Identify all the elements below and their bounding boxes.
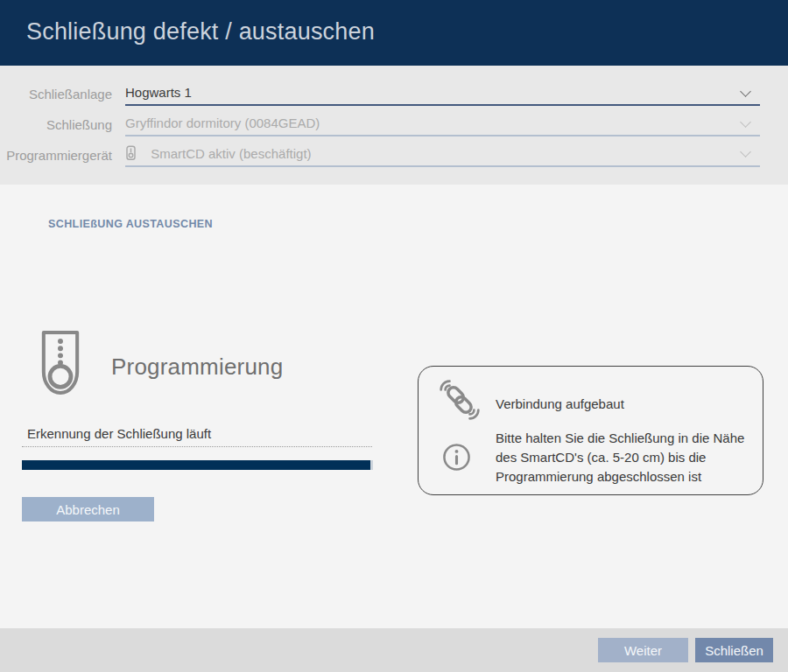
connection-status-text: Verbindung aufgebaut [496, 396, 624, 411]
form-row-schliessanlage: Schließanlage Hogwarts 1 [0, 83, 760, 106]
schliessanlage-select[interactable]: Hogwarts 1 [125, 85, 760, 106]
form-row-programmiergeraet: Programmiergerät SmartCD aktiv (beschäft… [0, 144, 760, 167]
chevron-down-icon [740, 146, 751, 158]
chevron-down-icon [740, 116, 751, 128]
next-button[interactable]: Weiter [598, 638, 688, 662]
progress-status-text: Erkennung der Schließung läuft [27, 426, 211, 441]
info-icon [442, 443, 471, 472]
progress-bar-fill [22, 460, 370, 470]
close-button[interactable]: Schließen [695, 638, 773, 662]
chevron-down-icon [740, 86, 751, 97]
programmiergeraet-label: Programmiergerät [0, 148, 112, 167]
connection-info-box: Verbindung aufgebaut Bitte halten Sie di… [418, 366, 763, 495]
dotted-divider [22, 446, 372, 447]
programming-device-icon [125, 145, 137, 161]
programming-heading: Programmierung [111, 354, 283, 381]
schliessanlage-value: Hogwarts 1 [125, 85, 192, 100]
programmiergeraet-select: SmartCD aktiv (beschäftigt) [125, 145, 760, 167]
form-strip: Schließanlage Hogwarts 1 Schließung Gryf… [0, 66, 788, 185]
process-status-label: SCHLIEßUNG AUSTAUSCHEN [48, 218, 213, 230]
schliessung-label: Schließung [0, 117, 112, 136]
wireless-link-icon [440, 380, 480, 420]
lock-cylinder-icon [40, 330, 81, 396]
schliessung-select: Gryffindor dormitory (0084GEAD) [125, 116, 760, 136]
page-title: Schließung defekt / austauschen [26, 18, 375, 46]
schliessung-value: Gryffindor dormitory (0084GEAD) [125, 116, 320, 130]
form-row-schliessung: Schließung Gryffindor dormitory (0084GEA… [0, 114, 760, 136]
schliessanlage-label: Schließanlage [0, 87, 112, 106]
programmiergeraet-value: SmartCD aktiv (beschäftigt) [151, 146, 311, 161]
instruction-text: Bitte halten Sie die Schließung in die N… [496, 429, 760, 486]
progress-bar [22, 460, 373, 470]
cancel-button[interactable]: Abbrechen [22, 497, 154, 522]
footer-bar: Weiter Schließen [0, 628, 788, 672]
dialog-schliessung-defekt-austauschen: Schließung defekt / austauschen Schließa… [0, 0, 788, 672]
header-bar: Schließung defekt / austauschen [0, 0, 788, 66]
